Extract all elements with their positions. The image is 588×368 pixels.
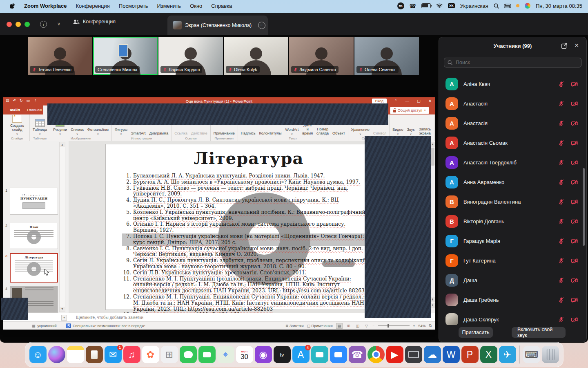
comments-toggle[interactable]: ▢ Примечания: [307, 324, 333, 328]
minimize-window-button[interactable]: [16, 22, 21, 27]
launchpad-app-icon[interactable]: ⊞: [161, 346, 178, 363]
cloud-app-icon[interactable]: ☁: [424, 346, 441, 363]
appstore-app-icon[interactable]: A4: [292, 346, 310, 363]
tab-more-icon[interactable]: ⋯: [258, 22, 265, 29]
music-app-icon[interactable]: ♫: [123, 346, 140, 363]
participant-row[interactable]: ААнастасія: [439, 94, 586, 113]
meeting-info-icon[interactable]: i: [40, 21, 47, 28]
video-tile[interactable]: Олена Семеног: [354, 37, 419, 75]
notes-toggle[interactable]: ≣ Заметки: [285, 324, 303, 328]
participant-row[interactable]: ААнастасія Сьомак: [439, 133, 586, 153]
ppt-tab-home[interactable]: Главная: [23, 105, 46, 114]
trash-icon[interactable]: [542, 346, 559, 363]
telegram-app-icon[interactable]: ✈: [499, 346, 516, 363]
video-tile[interactable]: Тетяна Левченко: [28, 37, 92, 75]
slide-thumbnail-1[interactable]: ! ? : ; « » — ¿ . … ПУНКТУАЦІЯ: [10, 188, 58, 215]
ppt-share-button[interactable]: Общий доступ ∨: [390, 107, 429, 114]
fit-slide-icon[interactable]: ⧉: [429, 323, 432, 328]
video-tile[interactable]: Степаненко Микола: [93, 37, 158, 75]
ribbon-button[interactable]: Номер слайда: [316, 127, 329, 135]
ribbon-button[interactable]: Снимок∨: [71, 128, 84, 135]
calendar-app-icon[interactable]: МАРТ30: [236, 346, 253, 363]
chrome-app-icon[interactable]: [368, 346, 385, 363]
view-normal-icon[interactable]: ▤: [336, 323, 343, 329]
scroll-up-icon[interactable]: ▲: [430, 142, 435, 147]
ribbon-button[interactable]: Фигуры∨: [115, 128, 127, 135]
podcasts-app-icon[interactable]: ◉: [255, 346, 272, 363]
scrollbar-thumb[interactable]: [431, 148, 434, 166]
participant-row[interactable]: ДДаша: [439, 270, 586, 290]
language-indicator[interactable]: украинский: [38, 324, 57, 328]
powerpoint-app-icon[interactable]: P: [461, 346, 479, 363]
photos-app-icon[interactable]: ✿: [142, 346, 159, 363]
ribbon-button[interactable]: Звук∨: [407, 128, 414, 135]
messages-app-icon[interactable]: [180, 346, 197, 363]
scroll-down-icon[interactable]: ▼: [60, 307, 65, 312]
fullscreen-window-button[interactable]: [24, 22, 30, 27]
notes-placeholder[interactable]: Щелкните, чтобы добавить заметки: [76, 315, 143, 320]
participant-row[interactable]: ААнастасія: [439, 113, 586, 133]
tab-conference[interactable]: Конференция: [73, 19, 116, 25]
participant-row[interactable]: ГГаращук Марія: [439, 231, 586, 251]
menu-window[interactable]: Окно: [190, 3, 202, 9]
spotlight-search-icon[interactable]: [494, 3, 499, 9]
word-app-icon[interactable]: W: [443, 346, 460, 363]
next-slide-icon[interactable]: ⇟: [430, 303, 435, 308]
search-input[interactable]: [455, 59, 571, 66]
participant-row[interactable]: ГГут Катерина: [439, 251, 586, 270]
participant-row[interactable]: ВВікторія Довгань: [439, 211, 586, 231]
zoom-status-icon[interactable]: zm: [397, 2, 404, 9]
menu-view[interactable]: Посмотреть: [119, 3, 148, 9]
photobooth-app-icon[interactable]: [311, 346, 328, 363]
close-window-button[interactable]: [7, 22, 12, 27]
books-app-icon[interactable]: [86, 346, 103, 363]
participant-row[interactable]: ААнна Авраменко: [439, 172, 586, 192]
color-profile-icon[interactable]: [525, 3, 530, 9]
ribbon-button[interactable]: Таблица∨: [33, 119, 47, 135]
participant-row[interactable]: ААнастасія Твердохліб: [439, 153, 586, 172]
video-tile[interactable]: Людмила Савенко: [289, 37, 354, 75]
zoom-slider[interactable]: [378, 325, 410, 326]
thumbnail-scrollbar[interactable]: ▲ ▼: [59, 142, 65, 312]
minimize-icon[interactable]: —: [405, 99, 410, 103]
ribbon-button[interactable]: Фотоальбом∨: [87, 128, 109, 135]
participant-row[interactable]: Даша Гребень: [439, 290, 586, 310]
menu-zoom-workplace[interactable]: Zoom Workplace: [24, 3, 67, 9]
previous-slide-icon[interactable]: ⇞: [430, 297, 435, 302]
control-center-icon[interactable]: [504, 4, 511, 8]
slide-thumbnail-2[interactable]: План: [10, 223, 58, 249]
ppt-window-controls[interactable]: ⌃—▢✕: [394, 99, 432, 103]
video-tile[interactable]: Olena Kulyk: [224, 37, 288, 75]
zoom-in-icon[interactable]: +: [413, 324, 415, 328]
ribbon-button[interactable]: SmartArt: [131, 131, 146, 135]
chevron-down-icon[interactable]: ∨: [57, 21, 60, 27]
notes-app-icon[interactable]: [67, 346, 84, 363]
view-reading-icon[interactable]: ◫: [355, 323, 361, 328]
zoom-out-icon[interactable]: −: [372, 324, 374, 328]
excel-app-icon[interactable]: X: [480, 346, 497, 363]
appletv-app-icon[interactable]: tv: [274, 346, 291, 363]
zoom-app-icon[interactable]: [330, 346, 347, 363]
ribbon-options-icon[interactable]: ⌃: [394, 99, 398, 103]
close-icon[interactable]: ✕: [428, 99, 432, 103]
view-sorter-icon[interactable]: ⊞: [346, 323, 352, 328]
notes-collapse-handle[interactable]: ▾: [61, 315, 67, 321]
scroll-up-icon[interactable]: ▲: [60, 142, 65, 147]
participant-row[interactable]: ВВиноградня Валентина: [439, 192, 586, 211]
ribbon-button[interactable]: Создать слайд∨: [8, 115, 27, 135]
menu-edit[interactable]: Изменить: [157, 3, 181, 9]
viber-app-icon[interactable]: ☎: [349, 346, 366, 363]
participants-search[interactable]: [444, 58, 581, 67]
keyboard-viewer-app-icon[interactable]: ⌨: [523, 346, 540, 363]
ribbon-button[interactable]: Уравнение∨: [351, 128, 370, 135]
apple-menu-icon[interactable]: [10, 3, 15, 9]
accessibility-status[interactable]: Специальные возможности: все в порядке: [73, 324, 145, 328]
slide-thumbnail-3-selected[interactable]: Література: [10, 253, 58, 283]
keyboard-layout-badge[interactable]: УК: [448, 3, 455, 8]
menu-bar-clock[interactable]: Пн, 30 марта 08:35: [536, 3, 582, 9]
restore-icon[interactable]: ▢: [417, 99, 421, 103]
view-slideshow-icon[interactable]: ▽: [364, 323, 369, 328]
ribbon-button[interactable]: Колонтитулы: [259, 131, 282, 135]
display-settings-app-icon[interactable]: [405, 346, 422, 363]
menu-conference[interactable]: Конференция: [76, 3, 110, 9]
